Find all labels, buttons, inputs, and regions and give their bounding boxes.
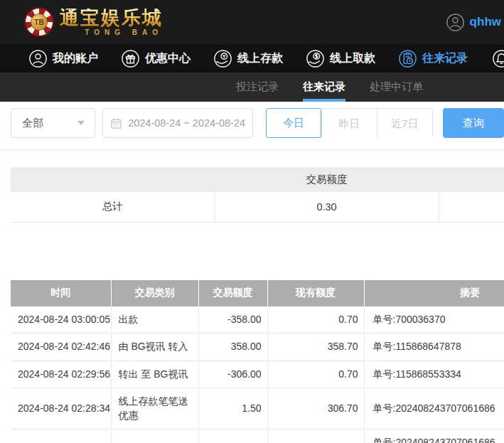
user-avatar-icon: [446, 13, 465, 32]
cell-time: 2024-08-24 02:28:34: [11, 429, 111, 443]
nav-item-withdraw[interactable]: 线上取款: [306, 49, 375, 68]
cell-summary: 单号:115868553334: [364, 361, 504, 388]
table-row: 2024-08-24 02:29:56 转出 至 BG视讯 -306.00 0.…: [11, 361, 504, 388]
cell-balance: 306.70: [267, 388, 364, 429]
gift-icon: [121, 49, 140, 68]
quick-btn-today[interactable]: 今日: [266, 108, 321, 138]
col-header-time: 时间: [11, 280, 111, 306]
summary-header-row: 交易额度: [11, 167, 504, 192]
col-header-type: 交易类别: [111, 280, 198, 306]
tab-transaction-records[interactable]: 往来记录: [303, 73, 345, 102]
table-row: 2024-08-24 02:28:34 线上存款 300.00 305.20 单…: [11, 429, 504, 443]
cell-type: 线上存款笔笔送优惠: [111, 388, 198, 429]
table-row: 2024-08-24 02:42:46 由 BG视讯 转入 358.00 358…: [11, 333, 504, 361]
cell-summary: 单号:700036370: [364, 306, 504, 333]
main-nav: 我的账户 优惠中心 线上存款 线上取款: [0, 44, 504, 73]
summary-table: 交易额度 总计 0.30: [11, 167, 504, 223]
cell-type: 转出 至 BG视讯: [111, 361, 198, 388]
cell-time: 2024-08-24 02:29:56: [11, 361, 111, 388]
col-header-amount: 交易额度: [198, 280, 267, 306]
nav-label: 线上取款: [330, 51, 375, 66]
cell-summary: 单号:115868647878: [364, 333, 504, 361]
summary-header-empty: [439, 167, 504, 192]
site-logo[interactable]: TB 通宝娱乐城 TONG BAO: [24, 7, 163, 37]
table-header-row: 时间 交易类别 交易额度 现有额度 摘要: [11, 280, 504, 306]
quick-date-group: 今日 昨日 近7日: [266, 108, 433, 138]
deposit-icon: [213, 49, 232, 68]
nav-label: 线上存款: [237, 51, 283, 66]
date-range-value: 2024-08-24 ~ 2024-08-24: [128, 117, 245, 129]
filter-bar: 全部 2024-08-24 ~ 2024-08-24 今日 昨日 近7日 查询: [0, 102, 504, 151]
cell-balance: 0.70: [267, 361, 364, 388]
user-icon: [28, 49, 48, 68]
username-text[interactable]: qhhw: [470, 15, 501, 29]
cell-balance: 305.20: [267, 429, 364, 443]
cell-amount: 358.00: [198, 333, 267, 361]
chevron-down-icon: [77, 121, 85, 125]
cell-balance: 358.70: [267, 333, 364, 361]
cell-balance: 0.70: [267, 306, 364, 333]
summary-total-label: 总计: [11, 192, 215, 222]
logo-subtitle: TONG BAO: [85, 29, 163, 36]
calendar-icon: [110, 117, 122, 129]
logo-chip-text: TB: [31, 14, 48, 31]
summary-total-row: 总计 0.30: [11, 192, 504, 222]
cell-amount: 1.50: [198, 388, 267, 429]
transactions-table: 时间 交易类别 交易额度 现有额度 摘要 2024-08-24 03:00:05…: [11, 280, 504, 443]
withdraw-icon: [306, 49, 325, 68]
cell-type: 出款: [111, 306, 198, 333]
search-button[interactable]: 查询: [443, 108, 504, 138]
tab-betting-records[interactable]: 投注记录: [236, 73, 279, 102]
cell-amount: 300.00: [198, 429, 267, 443]
nav-item-promotions[interactable]: 优惠中心: [121, 49, 191, 68]
cell-summary: 单号:202408243707061686 人民币(RMB): 300.00: [364, 429, 504, 443]
logo-title: 通宝娱乐城: [60, 9, 163, 28]
summary-header-amount: 交易额度: [215, 167, 439, 192]
summary-total-value: 0.30: [215, 192, 439, 222]
cell-time: 2024-08-24 02:42:46: [11, 333, 111, 361]
type-select[interactable]: 全部: [11, 108, 95, 138]
records-icon: [398, 49, 417, 68]
quick-btn-yesterday[interactable]: 昨日: [321, 109, 377, 139]
summary-line: 单号:202408243707061686: [373, 436, 504, 443]
tab-pending-orders[interactable]: 处理中订单: [370, 73, 423, 102]
sub-nav: 投注记录 往来记录 处理中订单: [0, 73, 504, 102]
bell-icon: [492, 49, 504, 68]
nav-item-deposit[interactable]: 线上存款: [213, 49, 283, 68]
top-header: TB 通宝娱乐城 TONG BAO qhhw: [0, 0, 504, 44]
nav-item-transactions[interactable]: 往来记录: [398, 49, 468, 68]
logo-chip-icon: TB: [24, 7, 54, 37]
table-row: 2024-08-24 02:28:34 线上存款笔笔送优惠 1.50 306.7…: [11, 388, 504, 429]
nav-label: 往来记录: [422, 51, 468, 66]
user-account[interactable]: qhhw: [446, 13, 501, 32]
quick-btn-last7days[interactable]: 近7日: [377, 109, 432, 139]
nav-item-my-account[interactable]: 我的账户: [28, 49, 98, 68]
col-header-summary: 摘要: [364, 280, 504, 306]
transactions-section: 时间 交易类别 交易额度 现有额度 摘要 2024-08-24 03:00:05…: [11, 280, 504, 443]
summary-header-empty: [11, 167, 215, 192]
summary-section: 交易额度 总计 0.30: [11, 167, 504, 223]
nav-item-notifications[interactable]: [492, 49, 504, 68]
nav-label: 优惠中心: [145, 51, 191, 66]
nav-label: 我的账户: [53, 51, 98, 66]
date-range-input[interactable]: 2024-08-24 ~ 2024-08-24: [102, 108, 253, 138]
cell-summary: 单号:202408243707061686: [364, 388, 504, 429]
col-header-balance: 现有额度: [267, 280, 364, 306]
table-row: 2024-08-24 03:00:05 出款 -358.00 0.70 单号:7…: [11, 306, 504, 333]
cell-amount: -306.00: [198, 361, 267, 388]
cell-time: 2024-08-24 03:00:05: [11, 306, 111, 333]
cell-type: 线上存款: [111, 429, 198, 443]
cell-amount: -358.00: [198, 306, 267, 333]
type-select-value: 全部: [22, 117, 43, 130]
cell-time: 2024-08-24 02:28:34: [11, 388, 111, 429]
summary-empty-cell: [439, 192, 504, 222]
cell-type: 由 BG视讯 转入: [111, 333, 198, 361]
